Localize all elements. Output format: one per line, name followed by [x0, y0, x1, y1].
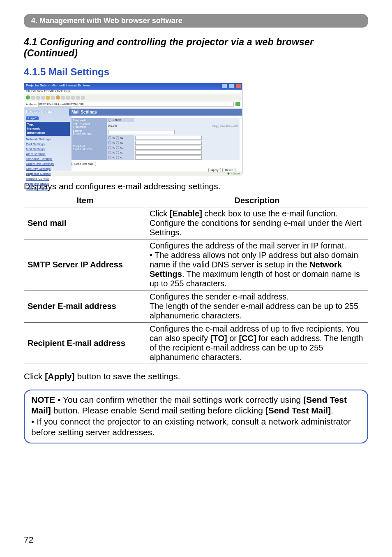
search-icon: [51, 96, 55, 100]
address-label: Address: [26, 103, 37, 106]
sidebar-item-schedule-settings: Schedule Settings: [26, 157, 70, 161]
row-sender-input: [107, 129, 240, 135]
recipient-row-5-options: to cc: [107, 155, 134, 160]
logoff-button: Logoff: [26, 116, 39, 120]
radio-icon: [108, 146, 111, 149]
heading-continue: 4.1 Configuring and controlling the proj…: [24, 37, 368, 59]
item-smtp: SMTP Server IP Address: [24, 239, 146, 290]
mail-settings-table: Send mail Enable SMTP Server IP address …: [71, 118, 240, 160]
favorites-icon: [56, 95, 60, 100]
recipient-row-2-input: [134, 140, 240, 145]
item-sender: Sender E-mail address: [24, 290, 146, 323]
note-label: NOTE: [31, 395, 55, 404]
table-row: Sender E-mail address Configures the sen…: [24, 290, 368, 323]
send-test-mail-button: Send Test Mail: [71, 162, 96, 166]
sidebar: Projector Setup Logoff Top: Network Info…: [24, 107, 71, 171]
recipient-row-4-options: to cc: [107, 150, 134, 155]
th-description: Description: [146, 194, 368, 207]
row-smtp-example: (e.g.) 192.168.1.254: [143, 122, 240, 129]
radio-icon: [116, 156, 119, 159]
history-icon: [61, 96, 65, 100]
sidebar-item-port-settings: Port Settings: [26, 142, 70, 146]
recipient-row-3-options: to cc: [107, 145, 134, 150]
ie-menubar: File Edit View Favorites Tools Help: [24, 90, 242, 94]
ie-window: Projector Setup - Microsoft Internet Exp…: [24, 83, 242, 174]
radio-icon: [108, 151, 111, 154]
radio-icon: [108, 156, 111, 159]
sidebar-item-network-settings: Network Settings: [26, 137, 70, 141]
desc-sender: Configures the sender e-mail address. Th…: [146, 290, 368, 323]
th-item: Item: [24, 194, 146, 207]
sidebar-item-remote-control: Remote Control: [26, 177, 70, 181]
edit-icon: [76, 96, 80, 100]
recipient-row-3-input: [134, 145, 240, 150]
sub-text: Displays and configures e-mail addressin…: [24, 181, 368, 191]
description-table: Item Description Send mail Click [Enable…: [24, 194, 368, 364]
refresh-icon: [41, 96, 45, 100]
min-icon: [221, 84, 227, 88]
go-icon: [235, 102, 240, 106]
apply-button: Apply: [208, 168, 221, 172]
sidebar-heading: Projector Setup: [26, 109, 70, 114]
input-icon: [135, 151, 202, 155]
radio-icon: [108, 141, 111, 144]
input-icon: [135, 136, 202, 140]
section-title: 4.1.5 Mail Settings: [24, 66, 368, 78]
desc-send-mail: Click [Enable] check box to use the e-ma…: [146, 207, 368, 239]
sidebar-item-projector-status: Projector Status: [26, 182, 70, 186]
enable-checkbox-icon: [108, 118, 111, 122]
table-row: SMTP Server IP Address Configures the ad…: [24, 239, 368, 290]
apply-line: Click [Apply] button to save the setting…: [24, 371, 368, 381]
ie-toolbar: [24, 94, 242, 101]
item-recipient: Recipient E-mail address: [24, 323, 146, 364]
top-bar-text: 4. Management with Web browser software: [31, 16, 182, 25]
desc-smtp: Configures the address of the mail serve…: [146, 239, 368, 290]
mail-icon: [66, 96, 70, 100]
note-line-2: • If you connect the projector to an exi…: [31, 417, 351, 437]
recipient-row-5-input: [134, 155, 240, 160]
row-send-mail-enable: Enable: [107, 118, 134, 122]
sender-input-icon: [108, 130, 175, 134]
input-icon: [135, 146, 202, 150]
row-smtp-value: 0.0.0.0: [107, 122, 143, 129]
main-panel: Mail Settings Send mail Enable SMTP Serv…: [71, 107, 242, 171]
radio-icon: [116, 136, 119, 139]
radio-icon: [108, 136, 111, 139]
print-icon: [71, 96, 75, 100]
input-icon: [135, 141, 202, 145]
forward-icon: [31, 96, 35, 100]
row-smtp-label: SMTP Server IP address: [71, 122, 107, 129]
address-input: http://192.168.1.10/admin/mail.html: [38, 102, 234, 107]
sidebar-item-datetime-settings: Date/Time Settings: [26, 162, 70, 166]
reset-button: Reset: [222, 168, 235, 172]
page-number: 72: [24, 535, 33, 545]
row-send-mail-label: Send mail: [71, 118, 107, 122]
recipient-row-2-options: to cc: [107, 140, 134, 145]
input-icon: [135, 155, 202, 160]
back-icon: [26, 95, 30, 100]
sidebar-item-alert-settings: Alert Settings: [26, 152, 70, 156]
table-row: Recipient E-mail address Configures the …: [24, 323, 368, 364]
sidebar-item-network-restart: Network Restart: [26, 187, 70, 190]
sidebar-item-mail-settings: Mail Settings: [26, 147, 70, 151]
sidebar-top-block: Top: Network Information: [26, 122, 70, 136]
row-recipient-label: Recipient E-mail address: [71, 135, 107, 160]
ie-title-text: Projector Setup - Microsoft Internet Exp…: [26, 84, 90, 87]
ie-addressbar: Address http://192.168.1.10/admin/mail.h…: [24, 101, 242, 107]
recipient-row-1-options: to cc: [107, 135, 134, 140]
radio-icon: [116, 151, 119, 154]
radio-icon: [116, 146, 119, 149]
status-done: Done: [26, 172, 33, 175]
item-send-mail: Send mail: [24, 207, 146, 239]
close-icon: [235, 84, 241, 88]
max-icon: [228, 84, 234, 88]
discuss-icon: [81, 96, 85, 100]
recipient-row-1-input: [134, 135, 240, 140]
radio-icon: [116, 141, 119, 144]
sidebar-item-security-settings: Security Settings: [26, 167, 70, 171]
main-title: Mail Settings: [69, 109, 242, 116]
stop-icon: [36, 96, 40, 100]
recipient-row-4-input: [134, 150, 240, 155]
row-sender-label: Sender E-mail address: [71, 129, 107, 135]
ie-titlebar: Projector Setup - Microsoft Internet Exp…: [24, 83, 242, 90]
